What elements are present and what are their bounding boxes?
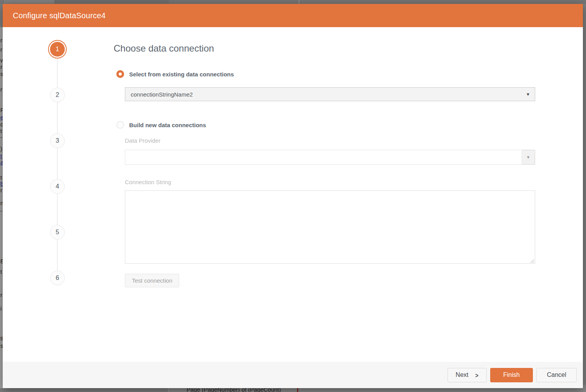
page-title: Choose data connection [114, 43, 214, 54]
data-provider-select[interactable]: ▼ [125, 150, 535, 165]
wizard-step-2[interactable]: 2 [50, 88, 65, 102]
wizard-step-1[interactable]: 1 [50, 42, 65, 57]
next-button[interactable]: Next > [448, 368, 487, 382]
cancel-button[interactable]: Cancel [536, 368, 577, 382]
wizard-step-4[interactable]: 4 [50, 179, 65, 194]
data-provider-dropdown-button[interactable]: ▼ [522, 150, 535, 164]
test-connection-button[interactable]: Test connection [125, 274, 179, 287]
caret-down-icon: ▼ [526, 92, 530, 97]
connection-string-label: Connection String [125, 179, 171, 185]
wizard-step-3[interactable]: 3 [50, 133, 65, 148]
connection-name-select[interactable]: connectionStringName2 ▼ [125, 87, 535, 101]
radio-build-label: Build new data connections [129, 122, 206, 128]
radio-existing-connections[interactable]: Select from existing data connections [116, 70, 234, 78]
wizard-stepper: 1 2 3 4 5 6 [50, 42, 65, 285]
connection-string-textarea[interactable] [125, 190, 535, 264]
radio-build-new-connections[interactable]: Build new data connections [116, 121, 206, 129]
radio-unselected-icon [116, 121, 124, 129]
finish-button[interactable]: Finish [490, 368, 533, 382]
radio-selected-icon [116, 70, 124, 78]
connection-name-value: connectionStringName2 [131, 91, 193, 98]
caret-down-icon: ▼ [526, 155, 530, 159]
dialog-footer: Next > Finish Cancel [3, 362, 583, 388]
wizard-step-5[interactable]: 5 [50, 225, 65, 240]
dialog-title: Configure sqlDataSource4 [13, 11, 105, 20]
wizard-step-6[interactable]: 6 [50, 271, 65, 285]
dialog-header: Configure sqlDataSource4 [3, 4, 583, 27]
next-button-label: Next [456, 371, 468, 378]
radio-existing-label: Select from existing data connections [129, 71, 234, 78]
data-provider-label: Data Provider [125, 137, 161, 144]
chevron-right-icon: > [475, 371, 478, 379]
configure-datasource-dialog: Configure sqlDataSource4 1 2 3 4 5 6 Cho… [3, 4, 583, 388]
